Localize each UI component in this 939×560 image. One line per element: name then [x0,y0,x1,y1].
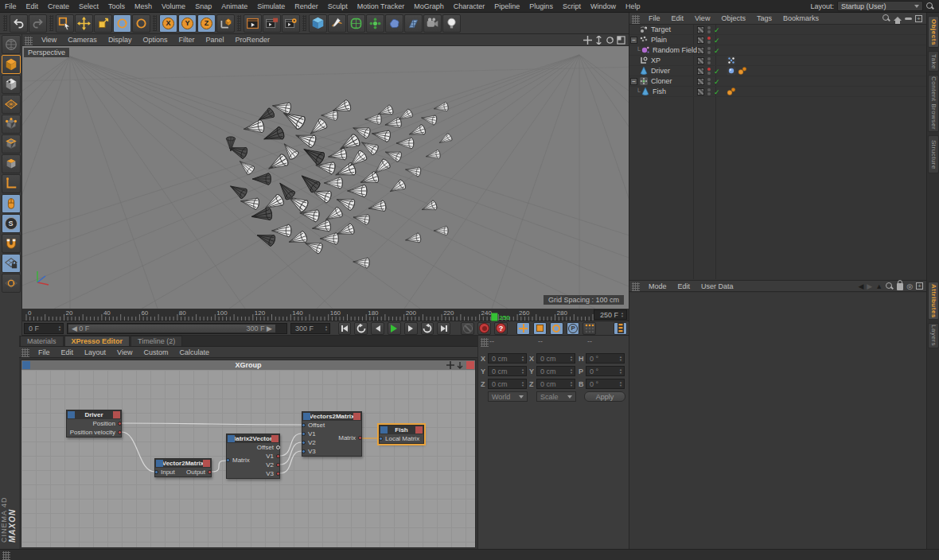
attr-menu-mode[interactable]: Mode [643,282,672,290]
object-name[interactable]: Plain [651,36,667,44]
spinner-arrows-icon[interactable]: ▲▼ [570,381,573,387]
scene-cone[interactable] [420,200,438,214]
main-menu-plugins[interactable]: Plugins [524,2,558,10]
enabled-check[interactable]: ✓ [714,37,722,45]
input-port[interactable] [302,432,306,436]
viewport-menu-view[interactable]: View [36,36,62,44]
camera-button[interactable] [423,14,442,33]
play-forwards-button[interactable] [421,322,434,335]
panel-tab-attributes[interactable]: Attributes [928,282,939,320]
collapse-icon[interactable]: − [630,37,637,44]
object-name[interactable]: Target [651,25,671,33]
keyframe-disabled-button[interactable] [461,322,474,335]
xpresso-menu-view[interactable]: View [111,348,138,356]
redo-button[interactable] [29,14,47,33]
keyframe-selection-button[interactable]: ? [494,322,508,335]
xpresso-menu-calculate[interactable]: Calculate [173,348,215,356]
enabled-check[interactable]: ✓ [714,47,722,55]
spinner-arrows-icon[interactable]: ▲▼ [619,356,622,362]
layer-swatch[interactable] [697,68,704,75]
coords-rotation-h-field[interactable]: 0 °▲▼ [586,353,625,364]
pan-view-icon[interactable] [583,36,592,45]
scene-cone[interactable] [359,171,380,188]
move-window-icon[interactable] [446,361,454,369]
polygons-mode-button[interactable] [2,154,21,173]
xpresso-node-vectors2matrix[interactable]: Vectors2MatrixOffsetV1V2V3Matrix [302,411,362,457]
object-name[interactable]: Fish [653,88,666,95]
om-menu-file[interactable]: File [643,14,666,22]
range-right-arrow[interactable]: ▶ [267,325,272,332]
enabled-check[interactable]: ✓ [714,26,722,34]
random-field-icon[interactable] [641,45,650,55]
input-port[interactable] [226,458,230,462]
cube-primitive-button[interactable] [309,14,327,33]
object-row-driver[interactable]: Driver✓ [629,66,926,76]
rotate-view-icon[interactable] [606,36,614,45]
input-port[interactable] [302,423,306,427]
plain-effector-icon[interactable] [639,35,649,45]
render-settings-button[interactable] [282,14,300,33]
history-back-icon[interactable]: ◀ [858,282,863,290]
coords-position-y-field[interactable]: 0 cm▲▼ [488,366,527,376]
visibility-dot[interactable] [707,30,711,33]
enabled-check[interactable]: ✓ [714,68,722,76]
timeline-ruler[interactable]: 0204060801001201401601802002202402602803… [22,309,629,321]
om-menu-edit[interactable]: Edit [666,14,690,22]
layer-swatch[interactable] [697,88,704,95]
visibility-dot[interactable] [707,37,711,40]
rotate-tool-button[interactable] [113,14,131,33]
attr-add-icon[interactable]: + [916,282,923,290]
keyframe-settings-button[interactable] [614,322,627,335]
viewport-perspective[interactable]: ViewCamerasDisplayOptionsFilterPanelProR… [22,34,629,309]
minimize-window-icon[interactable] [456,361,464,369]
visibility-dot[interactable] [707,72,711,75]
scene-cone[interactable] [425,150,441,161]
key-parameter-button[interactable]: P [567,322,580,335]
scene-cone[interactable] [251,207,273,223]
viewport-menu-filter[interactable]: Filter [173,36,200,44]
visibility-dot[interactable] [707,61,711,64]
scene-cone[interactable] [321,111,337,121]
timeline-range-slider[interactable]: ◀ 0 F 300 F ▶ [67,323,287,334]
scene-cone[interactable] [388,179,407,196]
coords-mode-dropdown[interactable]: Scale [536,391,576,402]
main-menu-motion-tracker[interactable]: Motion Tracker [353,2,410,10]
viewport-menu-panel[interactable]: Panel [200,36,229,44]
undo-button[interactable] [10,14,28,33]
xpresso-menu-layout[interactable]: Layout [79,348,111,356]
make-editable-button[interactable] [2,35,21,54]
layer-swatch[interactable] [697,26,704,33]
scene-cone[interactable] [434,226,448,235]
output-port[interactable] [276,454,280,458]
points-mode-button[interactable] [2,115,21,134]
light-button[interactable] [442,14,461,33]
attr-search-icon[interactable] [886,282,894,290]
main-menu-select[interactable]: Select [74,2,103,10]
attr-menu-user-data[interactable]: User Data [695,282,739,290]
toolbar-grip[interactable] [3,15,7,31]
scene-cone[interactable] [438,133,454,146]
xpresso-node-vector2matrix[interactable]: Vector2MatrixInputOutput [154,458,212,477]
dynamics-tag-icon[interactable] [727,87,736,98]
live-selection-button[interactable] [56,14,74,33]
viewport-solo-button[interactable] [2,194,21,213]
spinner-arrows-icon[interactable]: ▲▼ [325,325,328,332]
layer-swatch[interactable] [697,37,704,44]
om-menubar-grip[interactable] [632,15,640,24]
coords-position-x-field[interactable]: 0 cm▲▼ [488,353,527,364]
main-menu-mograph[interactable]: MoGraph [409,2,449,10]
scene-cone[interactable] [320,233,338,244]
object-row-random-field[interactable]: └Random Field✓ [629,45,926,56]
dynamics-tag-icon[interactable] [738,66,747,77]
subdivision-surface-button[interactable] [347,14,365,33]
edges-mode-button[interactable] [2,134,21,154]
workplane-mode-button[interactable] [2,95,21,114]
history-forward-icon[interactable]: ▶ [867,282,872,290]
xpresso-menu-edit[interactable]: Edit [56,348,80,356]
object-name[interactable]: Driver [651,67,670,75]
null-xpresso-icon[interactable] [639,56,649,65]
coords-scale-z-field[interactable]: 0 cm▲▼ [536,379,575,389]
toggle-single-view-icon[interactable] [617,36,625,45]
xpresso-tag-icon[interactable] [727,56,736,67]
spinner-arrows-icon[interactable]: ▲▼ [58,325,61,332]
